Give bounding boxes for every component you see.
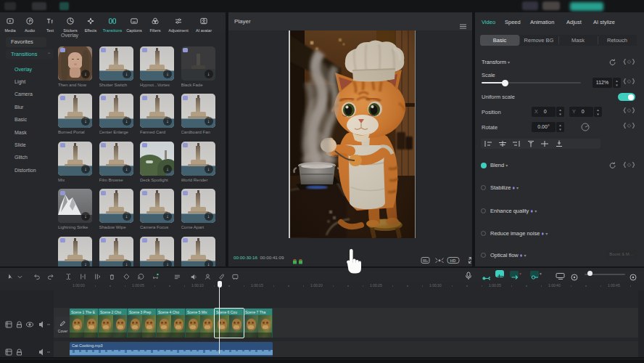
svg-text:HD: HD <box>450 258 456 263</box>
